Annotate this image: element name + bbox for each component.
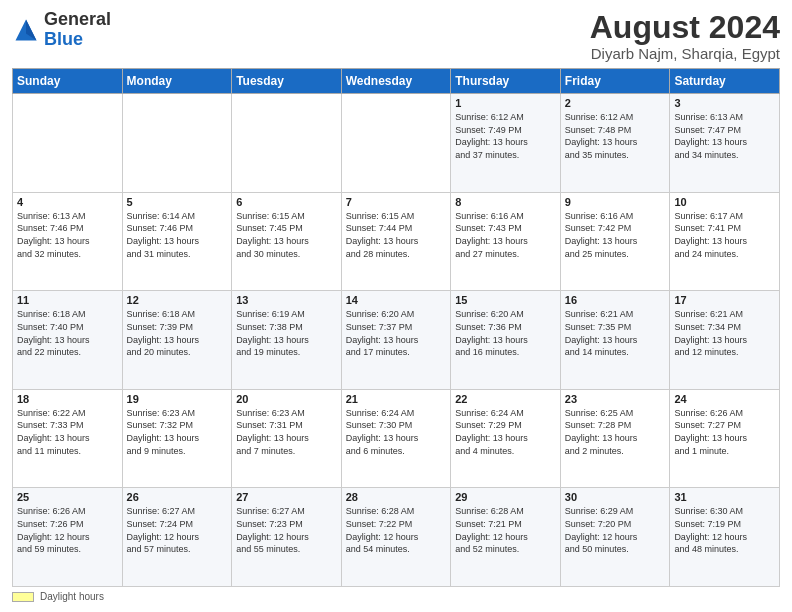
day-info: Sunrise: 6:23 AM Sunset: 7:31 PM Dayligh…: [236, 407, 337, 457]
calendar-cell: 27Sunrise: 6:27 AM Sunset: 7:23 PM Dayli…: [232, 488, 342, 587]
day-info: Sunrise: 6:12 AM Sunset: 7:49 PM Dayligh…: [455, 111, 556, 161]
day-info: Sunrise: 6:23 AM Sunset: 7:32 PM Dayligh…: [127, 407, 228, 457]
calendar-cell: 20Sunrise: 6:23 AM Sunset: 7:31 PM Dayli…: [232, 389, 342, 488]
calendar-week-row: 1Sunrise: 6:12 AM Sunset: 7:49 PM Daylig…: [13, 94, 780, 193]
calendar-cell: 24Sunrise: 6:26 AM Sunset: 7:27 PM Dayli…: [670, 389, 780, 488]
day-number: 11: [17, 294, 118, 306]
day-info: Sunrise: 6:17 AM Sunset: 7:41 PM Dayligh…: [674, 210, 775, 260]
calendar-cell: 26Sunrise: 6:27 AM Sunset: 7:24 PM Dayli…: [122, 488, 232, 587]
day-info: Sunrise: 6:15 AM Sunset: 7:44 PM Dayligh…: [346, 210, 447, 260]
day-number: 20: [236, 393, 337, 405]
daylight-swatch: [12, 592, 34, 602]
day-info: Sunrise: 6:21 AM Sunset: 7:34 PM Dayligh…: [674, 308, 775, 358]
calendar-cell: 21Sunrise: 6:24 AM Sunset: 7:30 PM Dayli…: [341, 389, 451, 488]
weekday-header-monday: Monday: [122, 69, 232, 94]
day-number: 28: [346, 491, 447, 503]
day-number: 24: [674, 393, 775, 405]
logo-icon: [12, 16, 40, 44]
logo-blue-text: Blue: [44, 29, 83, 49]
day-info: Sunrise: 6:29 AM Sunset: 7:20 PM Dayligh…: [565, 505, 666, 555]
day-info: Sunrise: 6:27 AM Sunset: 7:24 PM Dayligh…: [127, 505, 228, 555]
day-info: Sunrise: 6:28 AM Sunset: 7:21 PM Dayligh…: [455, 505, 556, 555]
day-number: 15: [455, 294, 556, 306]
day-info: Sunrise: 6:25 AM Sunset: 7:28 PM Dayligh…: [565, 407, 666, 457]
weekday-header-sunday: Sunday: [13, 69, 123, 94]
day-info: Sunrise: 6:21 AM Sunset: 7:35 PM Dayligh…: [565, 308, 666, 358]
day-info: Sunrise: 6:12 AM Sunset: 7:48 PM Dayligh…: [565, 111, 666, 161]
logo-general-text: General: [44, 9, 111, 29]
day-number: 27: [236, 491, 337, 503]
calendar-cell: 31Sunrise: 6:30 AM Sunset: 7:19 PM Dayli…: [670, 488, 780, 587]
calendar-cell: 7Sunrise: 6:15 AM Sunset: 7:44 PM Daylig…: [341, 192, 451, 291]
day-info: Sunrise: 6:16 AM Sunset: 7:43 PM Dayligh…: [455, 210, 556, 260]
calendar-cell: 4Sunrise: 6:13 AM Sunset: 7:46 PM Daylig…: [13, 192, 123, 291]
footer: Daylight hours: [12, 591, 780, 602]
calendar-cell: [122, 94, 232, 193]
day-info: Sunrise: 6:24 AM Sunset: 7:30 PM Dayligh…: [346, 407, 447, 457]
calendar-page: General Blue August 2024 Diyarb Najm, Sh…: [0, 0, 792, 612]
day-info: Sunrise: 6:26 AM Sunset: 7:27 PM Dayligh…: [674, 407, 775, 457]
day-info: Sunrise: 6:16 AM Sunset: 7:42 PM Dayligh…: [565, 210, 666, 260]
calendar-cell: [232, 94, 342, 193]
day-number: 18: [17, 393, 118, 405]
day-number: 26: [127, 491, 228, 503]
day-info: Sunrise: 6:26 AM Sunset: 7:26 PM Dayligh…: [17, 505, 118, 555]
calendar-cell: 2Sunrise: 6:12 AM Sunset: 7:48 PM Daylig…: [560, 94, 670, 193]
calendar-cell: 15Sunrise: 6:20 AM Sunset: 7:36 PM Dayli…: [451, 291, 561, 390]
calendar-week-row: 4Sunrise: 6:13 AM Sunset: 7:46 PM Daylig…: [13, 192, 780, 291]
calendar-cell: 1Sunrise: 6:12 AM Sunset: 7:49 PM Daylig…: [451, 94, 561, 193]
calendar-cell: 5Sunrise: 6:14 AM Sunset: 7:46 PM Daylig…: [122, 192, 232, 291]
day-number: 7: [346, 196, 447, 208]
day-info: Sunrise: 6:20 AM Sunset: 7:37 PM Dayligh…: [346, 308, 447, 358]
calendar-cell: 14Sunrise: 6:20 AM Sunset: 7:37 PM Dayli…: [341, 291, 451, 390]
weekday-header-wednesday: Wednesday: [341, 69, 451, 94]
day-info: Sunrise: 6:27 AM Sunset: 7:23 PM Dayligh…: [236, 505, 337, 555]
day-info: Sunrise: 6:14 AM Sunset: 7:46 PM Dayligh…: [127, 210, 228, 260]
calendar-cell: [341, 94, 451, 193]
day-number: 22: [455, 393, 556, 405]
weekday-header-row: SundayMondayTuesdayWednesdayThursdayFrid…: [13, 69, 780, 94]
calendar-cell: 13Sunrise: 6:19 AM Sunset: 7:38 PM Dayli…: [232, 291, 342, 390]
day-number: 9: [565, 196, 666, 208]
day-info: Sunrise: 6:13 AM Sunset: 7:47 PM Dayligh…: [674, 111, 775, 161]
day-number: 16: [565, 294, 666, 306]
calendar-cell: [13, 94, 123, 193]
day-info: Sunrise: 6:28 AM Sunset: 7:22 PM Dayligh…: [346, 505, 447, 555]
day-number: 2: [565, 97, 666, 109]
header: General Blue August 2024 Diyarb Najm, Sh…: [12, 10, 780, 62]
calendar-cell: 30Sunrise: 6:29 AM Sunset: 7:20 PM Dayli…: [560, 488, 670, 587]
day-info: Sunrise: 6:30 AM Sunset: 7:19 PM Dayligh…: [674, 505, 775, 555]
calendar-cell: 25Sunrise: 6:26 AM Sunset: 7:26 PM Dayli…: [13, 488, 123, 587]
calendar-table: SundayMondayTuesdayWednesdayThursdayFrid…: [12, 68, 780, 587]
day-number: 10: [674, 196, 775, 208]
day-info: Sunrise: 6:18 AM Sunset: 7:40 PM Dayligh…: [17, 308, 118, 358]
day-number: 29: [455, 491, 556, 503]
calendar-week-row: 18Sunrise: 6:22 AM Sunset: 7:33 PM Dayli…: [13, 389, 780, 488]
day-number: 21: [346, 393, 447, 405]
weekday-header-saturday: Saturday: [670, 69, 780, 94]
calendar-cell: 28Sunrise: 6:28 AM Sunset: 7:22 PM Dayli…: [341, 488, 451, 587]
calendar-cell: 19Sunrise: 6:23 AM Sunset: 7:32 PM Dayli…: [122, 389, 232, 488]
day-number: 4: [17, 196, 118, 208]
calendar-cell: 18Sunrise: 6:22 AM Sunset: 7:33 PM Dayli…: [13, 389, 123, 488]
calendar-cell: 29Sunrise: 6:28 AM Sunset: 7:21 PM Dayli…: [451, 488, 561, 587]
location-title: Diyarb Najm, Sharqia, Egypt: [590, 45, 780, 62]
day-number: 17: [674, 294, 775, 306]
day-info: Sunrise: 6:19 AM Sunset: 7:38 PM Dayligh…: [236, 308, 337, 358]
calendar-cell: 11Sunrise: 6:18 AM Sunset: 7:40 PM Dayli…: [13, 291, 123, 390]
daylight-label: Daylight hours: [40, 591, 104, 602]
day-info: Sunrise: 6:13 AM Sunset: 7:46 PM Dayligh…: [17, 210, 118, 260]
calendar-week-row: 25Sunrise: 6:26 AM Sunset: 7:26 PM Dayli…: [13, 488, 780, 587]
day-number: 23: [565, 393, 666, 405]
day-info: Sunrise: 6:18 AM Sunset: 7:39 PM Dayligh…: [127, 308, 228, 358]
day-info: Sunrise: 6:24 AM Sunset: 7:29 PM Dayligh…: [455, 407, 556, 457]
day-info: Sunrise: 6:15 AM Sunset: 7:45 PM Dayligh…: [236, 210, 337, 260]
day-number: 13: [236, 294, 337, 306]
calendar-cell: 8Sunrise: 6:16 AM Sunset: 7:43 PM Daylig…: [451, 192, 561, 291]
calendar-cell: 17Sunrise: 6:21 AM Sunset: 7:34 PM Dayli…: [670, 291, 780, 390]
logo: General Blue: [12, 10, 111, 50]
day-info: Sunrise: 6:22 AM Sunset: 7:33 PM Dayligh…: [17, 407, 118, 457]
calendar-cell: 23Sunrise: 6:25 AM Sunset: 7:28 PM Dayli…: [560, 389, 670, 488]
calendar-cell: 3Sunrise: 6:13 AM Sunset: 7:47 PM Daylig…: [670, 94, 780, 193]
day-number: 30: [565, 491, 666, 503]
